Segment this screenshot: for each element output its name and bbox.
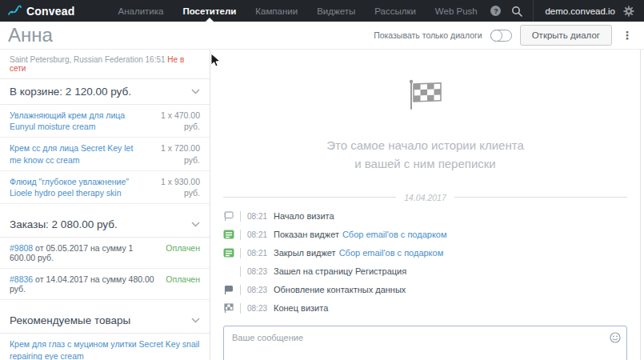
cart-item: Флюид "глубокое увлажнение" Lioele hydro… xyxy=(0,171,210,204)
visitor-meta: Saint Petersburg, Russian Federation 16:… xyxy=(0,50,210,79)
help-icon[interactable]: ? xyxy=(490,6,501,16)
page-title: Анна xyxy=(8,26,53,45)
order-link[interactable]: #9808 xyxy=(10,243,33,253)
kebab-menu-icon[interactable]: ⋮ xyxy=(620,29,634,42)
nav-menu: Аналитика Посетители Кампании Виджеты Ра… xyxy=(118,0,478,22)
cart-item-link[interactable]: Крем сс для лица Secret Key let me know … xyxy=(10,142,144,165)
nav-item-visitors[interactable]: Посетители xyxy=(182,0,236,22)
event-text: Закрыл виджет xyxy=(274,248,336,258)
visitor-local-time: 16:51 xyxy=(146,55,166,64)
cart-item-link[interactable]: Увлажняющий крем для лица Eunyul moistur… xyxy=(10,110,144,132)
event-separator xyxy=(240,285,241,295)
orders-section: Заказы: 2 080.00 руб. #9808 от 05.05.201… xyxy=(0,212,210,300)
event-time: 08:21 xyxy=(247,230,270,239)
recommended-section: Рекомендуемые товары Крем для глаз с муц… xyxy=(0,308,210,360)
widget-icon xyxy=(223,248,236,258)
nav-item-analytics[interactable]: Аналитика xyxy=(118,0,164,22)
header-actions: Показывать только диалоги Открыть диалог… xyxy=(374,25,634,46)
empty-state-text: Это самое начало истории клиента и вашей… xyxy=(210,136,640,174)
nav-item-newsletters[interactable]: Рассылки xyxy=(374,0,416,22)
visitor-location: Saint Petersburg, Russian Federation xyxy=(10,55,143,64)
event-text: Конец визита xyxy=(274,303,328,313)
nav-item-campaigns[interactable]: Кампании xyxy=(255,0,298,22)
recommended-section-title: Рекомендуемые товары xyxy=(10,314,130,326)
event-widget-link[interactable]: Сбор email'ов с подарком xyxy=(339,248,444,258)
event-text: Зашел на страницу Регистрация xyxy=(274,266,406,276)
account-domain[interactable]: demo.convead.io xyxy=(545,6,615,16)
event-time: 08:23 xyxy=(247,304,270,313)
content: Saint Petersburg, Russian Federation 16:… xyxy=(0,50,644,360)
gear-icon[interactable] xyxy=(623,6,634,17)
cart-item-link[interactable]: Флюид "глубокое увлажнение" Lioele hydro… xyxy=(10,176,144,198)
brand-name: Convead xyxy=(26,5,75,18)
event-time: 08:23 xyxy=(247,286,270,294)
widget-icon xyxy=(223,230,236,239)
event-separator xyxy=(240,230,241,240)
order-status: Оплачен xyxy=(166,274,200,294)
flag-outline-icon xyxy=(223,210,236,222)
event-text: Обновление контактных данных xyxy=(274,285,406,294)
empty-state: Это самое начало истории клиента и вашей… xyxy=(210,78,640,174)
open-dialog-button[interactable]: Открыть диалог xyxy=(520,25,612,46)
toggle-knob xyxy=(490,30,502,42)
search-icon[interactable] xyxy=(511,6,522,17)
order-status: Оплачен xyxy=(166,243,200,262)
event-time: 08:21 xyxy=(247,249,270,258)
flag-checkered-icon xyxy=(223,302,236,314)
event-time: 08:23 xyxy=(247,267,270,276)
recommended-item-link[interactable]: Крем для глаз с муцином улитки Secret Ke… xyxy=(0,334,210,360)
orders-section-header[interactable]: Заказы: 2 080.00 руб. xyxy=(0,212,210,238)
checkered-flag-icon xyxy=(406,78,446,112)
event-widget-link[interactable]: Сбор email'ов с подарком xyxy=(342,230,447,239)
order-row: #8836 от 14.04.2017 на сумму 480.00 руб.… xyxy=(0,269,210,300)
nav-right: ? demo.convead.io xyxy=(490,0,644,22)
cart-item-price: 1 x 930.00 руб. xyxy=(150,176,200,198)
convead-app: Convead Аналитика Посетители Кампании Ви… xyxy=(0,0,644,360)
page-header: Анна Показывать только диалоги Открыть д… xyxy=(0,22,644,50)
nav-item-widgets[interactable]: Виджеты xyxy=(317,0,355,22)
cart-section-header[interactable]: В корзине: 2 120.00 руб. xyxy=(0,79,210,105)
chevron-down-icon xyxy=(191,89,200,94)
flag-filled-icon xyxy=(223,284,236,295)
top-nav: Convead Аналитика Посетители Кампании Ви… xyxy=(0,0,644,22)
chevron-down-icon xyxy=(191,318,200,323)
event-time: 08:21 xyxy=(247,212,270,221)
account-group: demo.convead.io xyxy=(533,0,634,22)
events-list: 08:21 Начало визита 08:21 Показа xyxy=(210,206,640,318)
event-text: Показан виджет xyxy=(274,230,339,239)
event-row: 08:23 Обновление контактных данных xyxy=(223,281,627,299)
event-separator xyxy=(240,266,241,277)
event-separator xyxy=(240,248,241,258)
dialogs-only-toggle[interactable] xyxy=(490,30,512,42)
orders-section-title: Заказы: 2 080.00 руб. xyxy=(10,218,118,230)
cart-item-price: 1 x 470.00 руб. xyxy=(150,110,200,132)
recommended-section-header[interactable]: Рекомендуемые товары xyxy=(0,308,210,334)
order-row: #9808 от 05.05.2017 на сумму 1 600.00 ру… xyxy=(0,238,210,269)
event-text: Начало визита xyxy=(274,211,334,221)
event-row: 08:21 Начало визита xyxy=(223,207,627,226)
cart-section: В корзине: 2 120.00 руб. Увлажняющий кре… xyxy=(0,79,210,204)
event-row: 08:23 Зашел на страницу Регистрация xyxy=(223,262,627,281)
cart-item: Крем сс для лица Secret Key let me know … xyxy=(0,138,210,170)
visitor-sidebar: Saint Petersburg, Russian Federation 16:… xyxy=(0,50,210,360)
message-input[interactable] xyxy=(223,326,627,360)
chevron-down-icon xyxy=(191,222,200,227)
date-divider: 14.04.2017 xyxy=(223,193,627,202)
order-link[interactable]: #8836 xyxy=(10,274,33,284)
nav-item-webpush[interactable]: Web Push xyxy=(435,0,478,22)
date-divider-label: 14.04.2017 xyxy=(404,193,446,202)
brand-logo[interactable]: Convead xyxy=(0,5,85,18)
emoji-icon[interactable] xyxy=(610,332,621,343)
convead-logo-icon xyxy=(8,5,22,18)
event-separator xyxy=(240,303,241,314)
event-row: 08:21 Показан виджет Сбор email'ов с под… xyxy=(223,226,627,244)
event-row: 08:21 Закрыл виджет Сбор email'ов с пода… xyxy=(223,244,627,262)
message-composer xyxy=(223,326,627,360)
event-separator xyxy=(240,211,241,222)
cart-section-title: В корзине: 2 120.00 руб. xyxy=(10,86,131,98)
cart-item: Увлажняющий крем для лица Eunyul moistur… xyxy=(0,105,210,138)
empty-state-line1: Это самое начало истории клиента xyxy=(210,136,640,154)
chat-panel: Это самое начало истории клиента и вашей… xyxy=(210,50,641,360)
cart-item-price: 1 x 720.00 руб. xyxy=(150,142,200,165)
empty-state-line2: и вашей с ним переписки xyxy=(210,154,640,173)
